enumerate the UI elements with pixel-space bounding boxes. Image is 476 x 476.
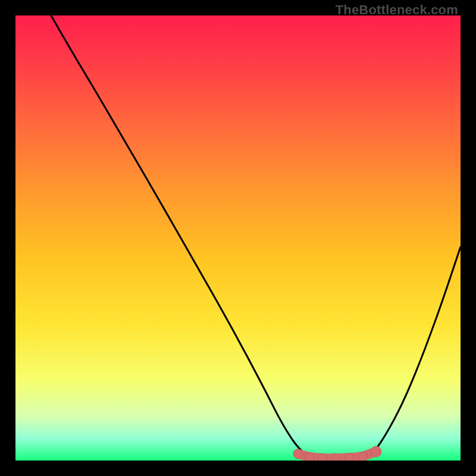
marker-dot	[331, 453, 341, 461]
highlight-markers	[293, 446, 381, 461]
chart-frame: TheBottleneck.com	[0, 0, 476, 476]
marker-dot	[318, 453, 327, 461]
bottleneck-curve	[51, 15, 461, 461]
marker-dot	[371, 446, 381, 457]
marker-dot	[293, 449, 303, 459]
marker-dot	[345, 453, 354, 461]
watermark-text: TheBottleneck.com	[336, 2, 458, 18]
chart-svg	[15, 15, 461, 461]
plot-area	[15, 15, 461, 461]
marker-dot	[305, 452, 314, 461]
marker-dot	[358, 452, 367, 461]
